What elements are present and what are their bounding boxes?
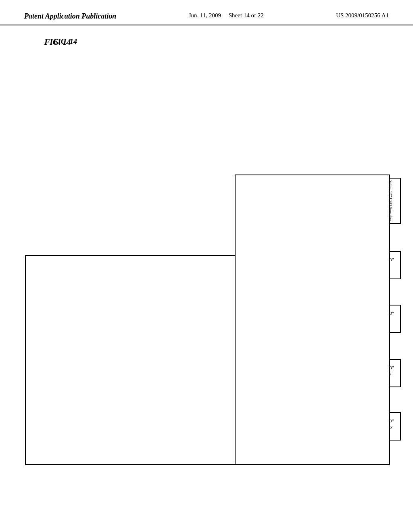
figure-label: FIG. 14 [53, 37, 77, 46]
diagram-container: ↑ FIG. 14 Buyer RFB500 ↑ QuantityUn-Spec… [21, 33, 392, 477]
page: Patent Application Publication Jun. 11, … [0, 0, 413, 532]
outer-left-box [25, 255, 255, 465]
publication-title: Patent Application Publication [24, 12, 116, 21]
publication-date-sheet: Jun. 11, 2009 Sheet 14 of 22 [189, 12, 264, 19]
publication-date: Jun. 11, 2009 [189, 12, 221, 19]
page-header: Patent Application Publication Jun. 11, … [0, 0, 413, 25]
publication-number: US 2009/0150256 A1 [336, 12, 389, 19]
diagram-area: FIG. 14 [0, 25, 413, 485]
outer-right-box [235, 175, 390, 465]
sheet-number: Sheet 14 of 22 [229, 12, 264, 19]
